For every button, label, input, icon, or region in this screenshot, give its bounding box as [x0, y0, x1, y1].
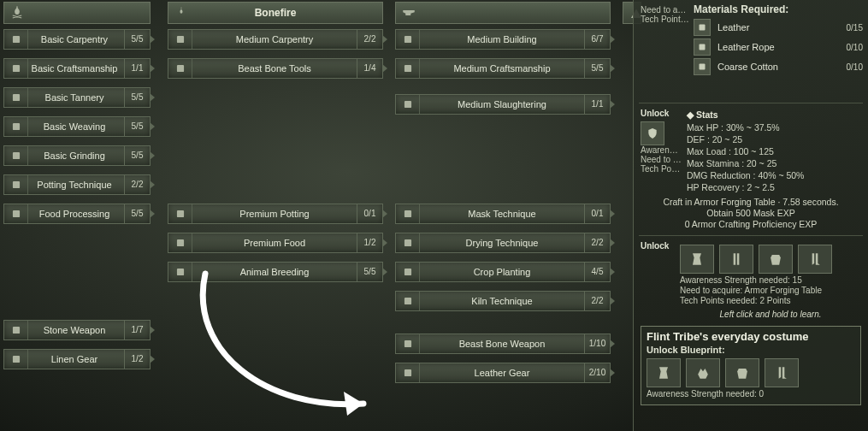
tech-icon — [396, 334, 420, 353]
tech-node[interactable]: Drying Technique 2/2 — [395, 233, 611, 253]
column-title: Bonefire — [255, 7, 297, 19]
tech-progress: 2/2 — [584, 233, 610, 252]
svg-rect-14 — [404, 36, 410, 43]
tech-icon — [396, 263, 420, 281]
gear-slot-2[interactable] — [719, 245, 753, 274]
tech-node[interactable]: Potting Technique 2/2 — [3, 174, 151, 195]
materials-title: Materials Required: — [694, 3, 863, 15]
tech-node[interactable]: Basic Weaving 5/5 — [3, 116, 151, 137]
stats-title: Stats — [696, 109, 718, 120]
tech-node[interactable]: Linen Gear 1/2 — [3, 349, 151, 369]
tech-icon — [168, 263, 192, 281]
unlock-label-2: Unlock — [641, 241, 675, 251]
tech-node[interactable]: Beast Bone Tools 1/4 — [168, 58, 383, 79]
svg-rect-10 — [176, 65, 183, 72]
tech-node[interactable]: Premium Potting 0/1 — [168, 204, 383, 224]
material-count: 0/10 — [847, 43, 863, 52]
gear-slot-3[interactable] — [759, 245, 793, 274]
svg-rect-18 — [404, 239, 410, 246]
gear-slot-1[interactable] — [680, 245, 714, 274]
tech-node[interactable]: Animal Breeding 5/5 — [168, 262, 383, 282]
svg-rect-8 — [12, 356, 19, 363]
column-header — [3, 2, 151, 24]
tech-progress: 6/7 — [584, 30, 610, 49]
tech-icon — [4, 30, 28, 49]
tech-node[interactable]: Basic Carpentry 5/5 — [3, 29, 151, 50]
svg-rect-7 — [12, 327, 19, 334]
stat-line: Max Load : 100 ~ 125 — [687, 145, 861, 157]
tech-label: Basic Carpentry — [28, 34, 124, 44]
svg-rect-13 — [176, 269, 183, 275]
tech-label: Medium Craftsmanship — [420, 63, 584, 74]
tech-label: Food Processing — [28, 209, 124, 219]
tech-progress: 0/1 — [357, 204, 382, 223]
costume-title: Flint Tribe's everyday costume — [647, 330, 855, 343]
tech-progress: 4/5 — [584, 263, 610, 281]
tech-icon — [4, 59, 28, 78]
blueprint-slot-1[interactable] — [647, 358, 681, 387]
tech-node[interactable]: Premium Food 1/2 — [168, 233, 383, 253]
tech-progress: 5/5 — [124, 146, 150, 165]
bonefire-icon — [174, 5, 189, 21]
tech-label: Basic Tannery — [28, 92, 124, 103]
blueprint-slot-3[interactable] — [725, 358, 759, 387]
tech-label: Beast Bone Tools — [192, 63, 357, 74]
tech-label: Medium Building — [420, 34, 584, 44]
tech-icon — [396, 30, 420, 49]
tech-progress: 1/4 — [357, 59, 382, 78]
svg-rect-23 — [700, 25, 706, 31]
gear-slot-4[interactable] — [798, 245, 832, 274]
tech-icon — [4, 117, 28, 136]
unlock-label: Unlock — [641, 109, 682, 118]
tech-label: Basic Weaving — [28, 121, 124, 132]
tech-progress: 5/5 — [124, 30, 150, 49]
tech-progress: 2/2 — [584, 292, 610, 310]
svg-rect-9 — [176, 36, 183, 43]
tech-icon — [4, 321, 28, 339]
tech-node[interactable]: Medium Building 6/7 — [395, 29, 611, 50]
tech-node[interactable]: Basic Craftsmanship 1/1 — [3, 58, 151, 79]
tech-progress: 1/2 — [357, 233, 382, 252]
tech-node[interactable]: Mask Technique 0/1 — [395, 204, 611, 224]
material-icon — [694, 58, 711, 75]
svg-rect-20 — [404, 298, 410, 304]
tech-progress: 1/1 — [584, 95, 610, 114]
svg-rect-11 — [176, 210, 183, 217]
tech-node[interactable]: Medium Craftsmanship 5/5 — [395, 58, 611, 79]
material-row: Leather 0/15 — [694, 19, 863, 36]
craft-info: Craft in Armor Forging Table · 7.58 seco… — [641, 197, 861, 230]
need-line-2: Need to a… — [641, 155, 682, 164]
tech-icon — [396, 204, 420, 223]
tech-node[interactable]: Leather Gear 2/10 — [395, 363, 611, 383]
unlock-slots — [680, 245, 861, 274]
tech-icon — [396, 233, 420, 252]
tech-progress: 5/5 — [124, 117, 150, 136]
tech-node[interactable]: Basic Tannery 5/5 — [3, 87, 151, 108]
campfire-icon — [9, 5, 25, 21]
tech-node[interactable]: Medium Slaughtering 1/1 — [395, 94, 611, 115]
svg-rect-0 — [12, 36, 19, 43]
svg-rect-16 — [404, 101, 410, 108]
tech-node[interactable]: Basic Grinding 5/5 — [3, 145, 151, 166]
tech-progress: 5/5 — [584, 59, 610, 78]
blueprint-slot-4[interactable] — [765, 358, 799, 387]
awareness-line: Awarene… — [641, 145, 682, 155]
tech-label: Kiln Technique — [420, 296, 584, 306]
tech-label: Linen Gear — [28, 354, 124, 364]
svg-rect-3 — [12, 123, 19, 130]
tech-column-3: Medium Building 6/7 Medium Craftsmanship… — [392, 0, 614, 431]
tech-label: Beast Bone Weapon — [420, 339, 584, 349]
material-icon — [694, 19, 711, 36]
tech-label: Animal Breeding — [192, 267, 357, 277]
tech-node[interactable]: Stone Weapon 1/7 — [3, 320, 151, 340]
tech-node[interactable]: Medium Carpentry 2/2 — [168, 29, 383, 50]
blueprint-slot-2[interactable] — [686, 358, 720, 387]
stat-line: HP Recovery : 2 ~ 2.5 — [687, 181, 861, 193]
tech-node[interactable]: Food Processing 5/5 — [3, 204, 151, 224]
svg-rect-2 — [12, 94, 19, 101]
tech-icon — [396, 95, 420, 114]
tech-node[interactable]: Beast Bone Weapon 1/10 — [395, 334, 611, 354]
tech-label: Basic Craftsmanship — [28, 63, 124, 74]
tech-node[interactable]: Crop Planting 4/5 — [395, 262, 611, 282]
tech-node[interactable]: Kiln Technique 2/2 — [395, 291, 611, 311]
